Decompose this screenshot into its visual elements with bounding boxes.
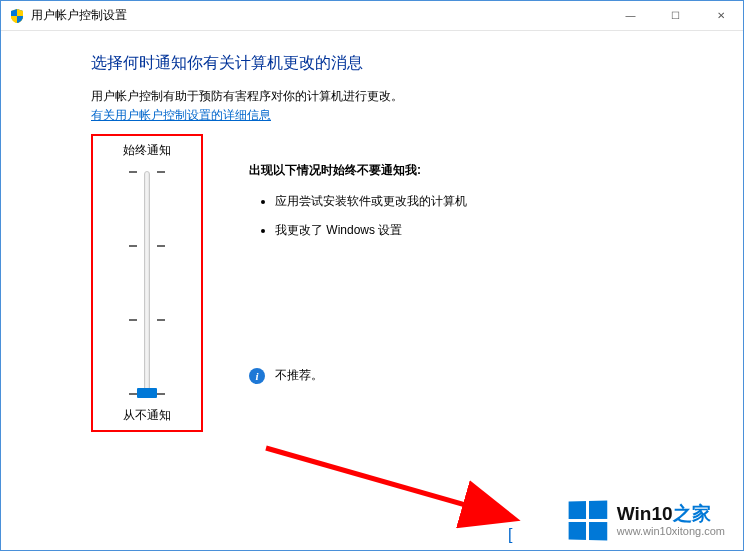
page-heading: 选择何时通知你有关计算机更改的消息 [91,53,707,74]
brand-url: www.win10xitong.com [617,525,725,537]
content-area: 选择何时通知你有关计算机更改的消息 用户帐户控制有助于预防有害程序对你的计算机进… [1,31,743,432]
close-button[interactable]: ✕ [698,1,743,30]
brand-name-a: Win10 [617,503,673,524]
page-description: 用户帐户控制有助于预防有害程序对你的计算机进行更改。 [91,88,707,105]
window-buttons: — ☐ ✕ [608,1,743,30]
uac-slider[interactable] [125,171,169,395]
slider-track-wrap [93,159,201,407]
detail-pane: 出现以下情况时始终不要通知我: 应用尝试安装软件或更改我的计算机 我更改了 Wi… [203,134,707,432]
shield-icon [9,8,25,24]
slider-rail [144,171,150,395]
detail-heading: 出现以下情况时始终不要通知我: [249,162,687,179]
windows-logo-icon [568,501,607,541]
slider-tick [157,245,165,247]
watermark: Win10之家 www.win10xitong.com [568,501,725,540]
slider-bottom-label: 从不通知 [123,407,171,424]
slider-thumb[interactable] [137,388,157,398]
annotation-arrow-icon [261,443,541,533]
bullet-item: 应用尝试安装软件或更改我的计算机 [275,193,687,210]
svg-line-0 [266,448,511,518]
help-link[interactable]: 有关用户帐户控制设置的详细信息 [91,107,271,124]
watermark-text: Win10之家 www.win10xitong.com [617,504,725,537]
slider-tick [129,245,137,247]
slider-panel: 始终通知 从不通知 [91,134,203,432]
slider-tick [129,171,137,173]
brand-name-b: 之家 [673,503,711,524]
bullet-item: 我更改了 Windows 设置 [275,222,687,239]
detail-bullets: 应用尝试安装软件或更改我的计算机 我更改了 Windows 设置 [275,193,687,239]
recommendation-row: i 不推荐。 [249,367,687,384]
slider-tick [157,171,165,173]
window-title: 用户帐户控制设置 [31,7,127,24]
slider-tick [129,393,137,395]
minimize-button[interactable]: — [608,1,653,30]
info-icon: i [249,368,265,384]
slider-tick [157,393,165,395]
recommendation-text: 不推荐。 [275,367,323,384]
cropped-button-fragment: [ [508,526,512,544]
titlebar[interactable]: 用户帐户控制设置 — ☐ ✕ [1,1,743,31]
slider-tick [129,319,137,321]
body-row: 始终通知 从不通知 [91,134,707,432]
slider-tick [157,319,165,321]
uac-window: 用户帐户控制设置 — ☐ ✕ 选择何时通知你有关计算机更改的消息 用户帐户控制有… [0,0,744,551]
maximize-button[interactable]: ☐ [653,1,698,30]
slider-top-label: 始终通知 [123,142,171,159]
